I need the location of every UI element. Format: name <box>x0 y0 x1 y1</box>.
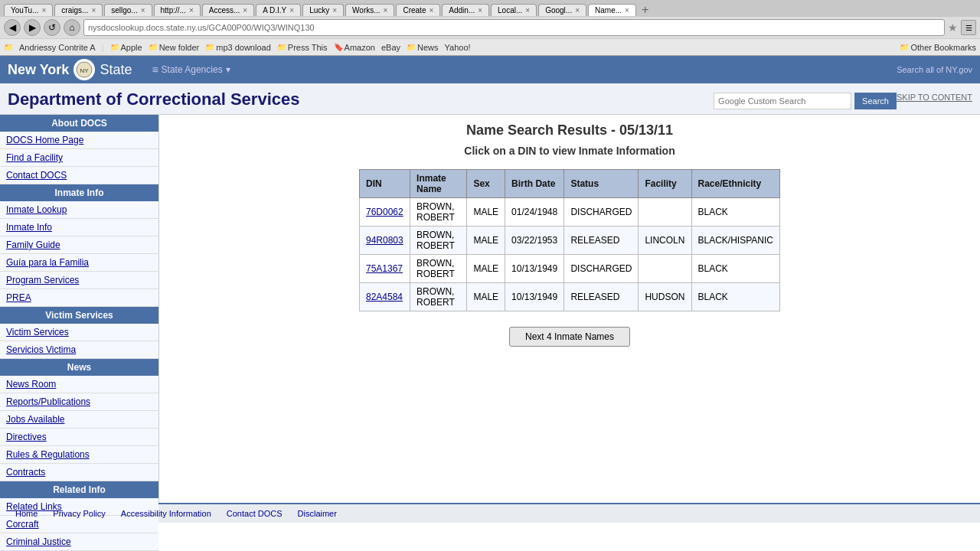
bookmark-amazon[interactable]: 🔖Amazon <box>334 43 375 52</box>
close-icon[interactable]: × <box>525 6 530 15</box>
menu-button[interactable]: ☰ <box>961 20 976 35</box>
sidebar-item-prea[interactable]: PREA <box>0 289 158 307</box>
cell-birth-0: 01/24/1948 <box>505 198 564 227</box>
table-row: 76D0062 BROWN, ROBERT MALE 01/24/1948 DI… <box>360 198 780 227</box>
tab-lucky[interactable]: Lucky× <box>302 4 344 16</box>
footer-accessibility[interactable]: Accessibility Information <box>121 509 211 518</box>
close-icon[interactable]: × <box>429 6 433 15</box>
sidebar-item-inmate-info[interactable]: Inmate Info <box>0 219 158 236</box>
chevron-down-icon: ▾ <box>226 64 230 75</box>
sidebar-item-corcraft[interactable]: Corcraft <box>0 516 158 533</box>
search-button[interactable]: Search <box>854 93 897 109</box>
sidebar-item-find-facility[interactable]: Find a Facility <box>0 149 158 167</box>
sidebar-related-info-header[interactable]: Related Info <box>0 481 158 498</box>
close-icon[interactable]: × <box>189 6 194 15</box>
sidebar-item-directives[interactable]: Directives <box>0 429 158 446</box>
sidebar-item-guia[interactable]: Guía para la Familia <box>0 254 158 272</box>
custom-search-input[interactable] <box>714 93 851 109</box>
bookmark-mp3[interactable]: 📁mp3 download <box>205 43 271 52</box>
sidebar-item-contracts[interactable]: Contracts <box>0 464 158 481</box>
tab-youtube[interactable]: YouTu...× <box>4 4 53 16</box>
close-icon[interactable]: × <box>289 6 294 15</box>
sidebar-item-servicios-victima[interactable]: Servicios Victima <box>0 341 158 359</box>
bookmark-news[interactable]: 📁News <box>407 43 439 52</box>
cell-name-2: BROWN, ROBERT <box>410 255 467 283</box>
close-icon[interactable]: × <box>91 6 96 15</box>
forward-button[interactable]: ▶ <box>24 19 41 36</box>
sidebar-item-jobs[interactable]: Jobs Available <box>0 411 158 429</box>
sidebar-inmate-info-header[interactable]: Inmate Info <box>0 184 158 201</box>
dept-header: Department of Correctional Services SKIP… <box>0 83 980 115</box>
close-icon[interactable]: × <box>42 6 47 15</box>
footer-contact[interactable]: Contact DOCS <box>227 509 283 518</box>
sidebar-item-rules[interactable]: Rules & Regulations <box>0 446 158 464</box>
tab-addin[interactable]: Addin...× <box>442 4 489 16</box>
cell-status-0: DISCHARGED <box>564 198 639 227</box>
cell-race-2: BLACK <box>691 255 780 283</box>
tab-create[interactable]: Create× <box>396 4 440 16</box>
tab-google[interactable]: Googl...× <box>538 4 586 16</box>
tab-name[interactable]: Name...× <box>588 4 636 16</box>
content-area: Name Search Results - 05/13/11 Click on … <box>159 115 980 503</box>
tab-local[interactable]: Local...× <box>491 4 537 16</box>
close-icon[interactable]: × <box>478 6 482 15</box>
sidebar-item-reports[interactable]: Reports/Publications <box>0 393 158 411</box>
sidebar-about-docs-header[interactable]: About DOCS <box>0 115 158 132</box>
bookmark-yahoo[interactable]: Yahoo! <box>445 43 471 52</box>
bookmark-other[interactable]: 📁Other Bookmarks <box>900 43 976 52</box>
din-link-3[interactable]: 82A4584 <box>366 292 403 302</box>
state-text: State <box>100 62 132 78</box>
sidebar-item-victim-services[interactable]: Victim Services <box>0 324 158 341</box>
refresh-button[interactable]: ↺ <box>44 19 60 36</box>
footer-disclaimer[interactable]: Disclaimer <box>298 509 337 518</box>
state-agencies-menu[interactable]: ≡ State Agencies ▾ <box>152 64 230 76</box>
close-icon[interactable]: × <box>332 6 337 15</box>
next-4-button[interactable]: Next 4 Inmate Names <box>509 327 630 347</box>
bookmark-ebay[interactable]: eBay <box>381 43 400 52</box>
footer-privacy[interactable]: Privacy Policy <box>53 509 105 518</box>
bookmark-star-icon[interactable]: ★ <box>948 21 958 34</box>
footer-home[interactable]: Home <box>15 509 38 518</box>
close-icon[interactable]: × <box>384 6 388 15</box>
sidebar-news-header[interactable]: News <box>0 359 158 376</box>
tab-http[interactable]: http://...× <box>154 4 201 16</box>
close-icon[interactable]: × <box>141 6 145 15</box>
close-icon[interactable]: × <box>575 6 580 15</box>
close-icon[interactable]: × <box>625 6 629 15</box>
col-header-race: Race/Ethnicity <box>691 170 780 198</box>
sidebar-item-inmate-lookup[interactable]: Inmate Lookup <box>0 201 158 219</box>
sidebar-item-docs-home[interactable]: DOCS Home Page <box>0 132 158 149</box>
address-bar[interactable]: nysdocslookup.docs.state.ny.us/GCA00P00/… <box>83 19 945 36</box>
din-link-1[interactable]: 94R0803 <box>366 235 403 246</box>
tab-adiy[interactable]: A D.I.Y× <box>256 4 301 16</box>
svg-text:NY: NY <box>80 67 90 74</box>
skip-to-content[interactable]: SKIP TO CONTENT <box>897 93 972 102</box>
bookmark-press-this[interactable]: 📁Press This <box>277 43 328 52</box>
bookmark-apple[interactable]: 📁Apple <box>110 43 142 52</box>
cell-status-2: DISCHARGED <box>564 255 639 283</box>
sidebar: About DOCS DOCS Home Page Find a Facilit… <box>0 115 159 503</box>
tab-access[interactable]: Access...× <box>202 4 254 16</box>
cell-sex-1: MALE <box>467 227 505 255</box>
back-button[interactable]: ◀ <box>4 19 21 36</box>
search-all-ny[interactable]: Search all of NY.gov <box>897 64 972 75</box>
bookmark-andriessy[interactable]: Andriessy Contrite A <box>19 43 96 52</box>
home-button[interactable]: ⌂ <box>64 19 80 36</box>
din-link-2[interactable]: 75A1367 <box>366 263 403 274</box>
bookmark-new-folder[interactable]: 📁New folder <box>149 43 200 52</box>
sidebar-item-program-services[interactable]: Program Services <box>0 272 158 289</box>
tab-bar: YouTu...× craigs...× sellgo...× http://.… <box>0 0 980 17</box>
sidebar-victim-services-header[interactable]: Victim Services <box>0 307 158 324</box>
sidebar-item-contact-docs[interactable]: Contact DOCS <box>0 167 158 184</box>
sidebar-item-criminal-justice[interactable]: Criminal Justice <box>0 533 158 551</box>
tab-craigs[interactable]: craigs...× <box>54 4 103 16</box>
din-link-0[interactable]: 76D0062 <box>366 207 403 217</box>
new-tab-button[interactable]: + <box>638 3 652 17</box>
cell-birth-1: 03/22/1953 <box>505 227 564 255</box>
cell-status-1: RELEASED <box>564 227 639 255</box>
sidebar-item-family-guide[interactable]: Family Guide <box>0 236 158 254</box>
sidebar-item-news-room[interactable]: News Room <box>0 376 158 393</box>
tab-sellgo[interactable]: sellgo...× <box>104 4 152 16</box>
tab-works[interactable]: Works...× <box>345 4 394 16</box>
close-icon[interactable]: × <box>243 6 247 15</box>
